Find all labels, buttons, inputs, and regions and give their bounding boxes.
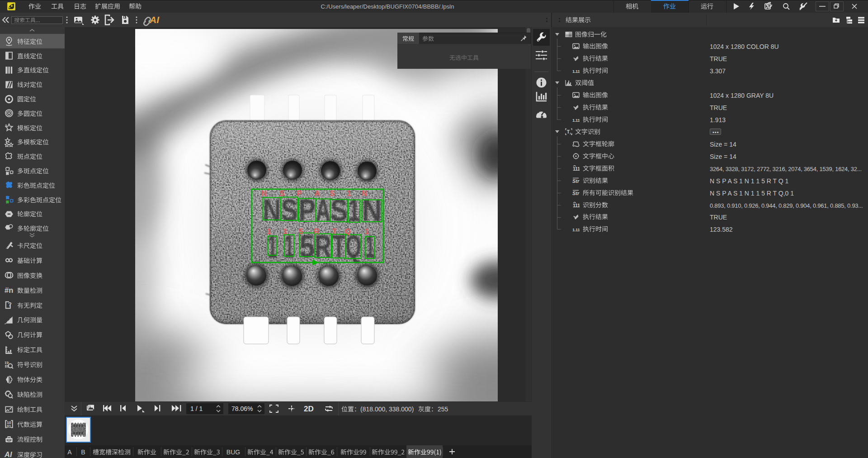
svg-text:#n: #n	[5, 286, 13, 294]
svg-text:1: 1	[283, 228, 288, 235]
svg-text:A: A	[316, 193, 330, 227]
svg-text:N: N	[362, 190, 367, 197]
svg-text:1: 1	[365, 228, 369, 235]
svg-text:P: P	[299, 193, 316, 227]
svg-text:A: A	[315, 190, 320, 197]
svg-text:2D: 2D	[304, 405, 314, 413]
svg-text:AI: AI	[4, 450, 12, 458]
svg-text:T: T	[332, 228, 337, 235]
svg-text:S: S	[281, 193, 297, 227]
svg-text:1: 1	[267, 228, 271, 235]
svg-text:ID: ID	[5, 361, 9, 364]
svg-text:P: P	[297, 190, 302, 197]
svg-text:5: 5	[299, 228, 303, 235]
svg-text:?: ?	[8, 301, 12, 308]
svg-text:S: S	[330, 190, 335, 197]
svg-text:S: S	[280, 190, 285, 197]
svg-text:1: 1	[347, 190, 351, 197]
svg-text:N: N	[261, 190, 267, 197]
svg-text:01: 01	[7, 424, 11, 429]
svg-text:Q: Q	[345, 228, 350, 235]
svg-text:R: R	[314, 228, 319, 235]
